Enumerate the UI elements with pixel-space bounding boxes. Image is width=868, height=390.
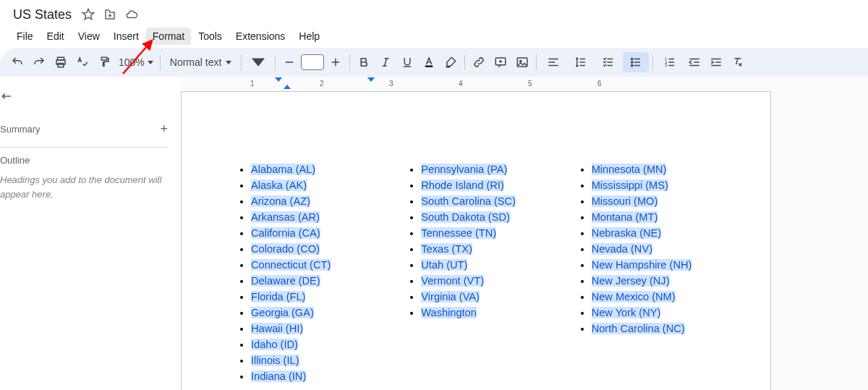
svg-rect-3 — [425, 66, 433, 67]
list-item[interactable]: Pennsylvania (PA) — [421, 161, 548, 177]
list-item[interactable]: New Mexico (NM) — [592, 289, 718, 305]
list-item[interactable]: Rhode Island (RI) — [421, 177, 548, 193]
list-item[interactable]: New York (NY) — [592, 305, 718, 321]
svg-point-6 — [520, 60, 522, 62]
paint-format-button[interactable] — [94, 52, 114, 72]
menu-help[interactable]: Help — [292, 27, 326, 45]
list-item[interactable]: Mississippi (MS) — [592, 177, 718, 193]
font-size-input[interactable] — [301, 54, 324, 70]
document-title[interactable]: US States — [10, 6, 75, 24]
list-item[interactable]: Montana (MT) — [592, 209, 718, 225]
highlight-color-button[interactable] — [441, 52, 461, 72]
menu-format[interactable]: Format — [146, 27, 191, 45]
clear-formatting-button[interactable] — [728, 52, 748, 72]
outline-empty-hint: Headings you add to the document will ap… — [0, 173, 168, 201]
numbered-list-dropdown[interactable]: 123 — [657, 52, 683, 72]
separator — [275, 54, 276, 70]
list-item[interactable]: Georgia (GA) — [251, 305, 378, 321]
separator — [241, 54, 242, 70]
toolbar: 100% Normal text 123 — [0, 48, 868, 77]
print-button[interactable] — [51, 52, 71, 72]
list-item[interactable]: Texas (TX) — [421, 241, 548, 257]
list-item[interactable]: Idaho (ID) — [251, 336, 378, 352]
underline-button[interactable] — [397, 52, 417, 72]
increase-indent-button[interactable] — [706, 52, 726, 72]
menu-tools[interactable]: Tools — [192, 27, 229, 45]
list-item[interactable]: New Hampshire (NH) — [592, 257, 718, 273]
font-size-decrease[interactable] — [279, 52, 299, 72]
list-item[interactable]: Minnesota (MN) — [592, 161, 718, 177]
separator — [349, 54, 350, 70]
text-color-button[interactable] — [419, 52, 439, 72]
list-item[interactable]: Vermont (VT) — [421, 273, 548, 289]
list-item[interactable]: North Carolina (NC) — [592, 321, 718, 336]
decrease-indent-button[interactable] — [684, 52, 705, 72]
sidebar-collapse-button[interactable] — [0, 87, 168, 106]
bold-button[interactable] — [354, 52, 374, 72]
list-item[interactable]: Alaska (AK) — [251, 177, 378, 193]
horizontal-ruler[interactable]: 123456 — [181, 77, 868, 90]
separator — [464, 54, 465, 70]
insert-image-button[interactable] — [512, 52, 532, 72]
list-item[interactable]: Florida (FL) — [251, 289, 378, 305]
menu-view[interactable]: View — [72, 27, 106, 45]
list-item[interactable]: Washington — [421, 305, 548, 321]
add-summary-button[interactable]: + — [160, 122, 168, 137]
list-item[interactable]: Arkansas (AR) — [251, 209, 378, 225]
list-item[interactable]: Indiana (IN) — [251, 368, 378, 384]
svg-point-7 — [631, 58, 633, 59]
separator — [652, 54, 653, 70]
list-item[interactable]: Tennessee (TN) — [421, 225, 548, 241]
list-item[interactable]: Colorado (CO) — [251, 241, 378, 257]
star-icon[interactable] — [80, 7, 96, 22]
svg-point-9 — [631, 64, 633, 66]
list-item[interactable]: Virginia (VA) — [421, 289, 548, 305]
line-spacing-dropdown[interactable] — [568, 52, 594, 72]
list-item[interactable]: Hawaii (HI) — [251, 321, 378, 336]
italic-button[interactable] — [375, 52, 396, 72]
bulleted-list-dropdown[interactable] — [623, 52, 649, 72]
undo-button[interactable] — [7, 52, 27, 72]
list-item[interactable]: New Jersey (NJ) — [592, 273, 718, 289]
font-size-increase[interactable] — [326, 52, 346, 72]
menu-file[interactable]: File — [10, 27, 40, 45]
svg-point-8 — [631, 62, 633, 63]
insert-link-button[interactable] — [469, 52, 489, 72]
list-item[interactable]: Utah (UT) — [421, 257, 548, 273]
summary-label: Summary — [0, 124, 41, 135]
menu-edit[interactable]: Edit — [41, 27, 71, 45]
spellcheck-button[interactable] — [72, 52, 93, 72]
zoom-dropdown[interactable]: 100% — [116, 56, 156, 68]
checklist-dropdown[interactable] — [595, 52, 621, 72]
separator — [536, 54, 537, 70]
list-item[interactable]: Nevada (NV) — [592, 241, 718, 257]
list-item[interactable]: South Dakota (SD) — [421, 209, 548, 225]
add-comment-button[interactable] — [490, 52, 511, 72]
list-item[interactable]: South Carolina (SC) — [421, 193, 548, 209]
menu-extensions[interactable]: Extensions — [229, 27, 292, 45]
paragraph-style-dropdown[interactable]: Normal text — [164, 56, 238, 68]
list-item[interactable]: Connecticut (CT) — [251, 257, 378, 273]
svg-text:3: 3 — [665, 63, 668, 67]
list-item[interactable]: Missouri (MO) — [592, 193, 718, 209]
list-item[interactable]: Nebraska (NE) — [592, 225, 718, 241]
list-item[interactable]: Alabama (AL) — [251, 161, 378, 177]
list-item[interactable]: Illinois (IL) — [251, 352, 378, 368]
outline-label: Outline — [0, 155, 168, 166]
list-item[interactable]: Delaware (DE) — [251, 273, 378, 289]
separator — [160, 54, 161, 70]
align-dropdown[interactable] — [540, 52, 566, 72]
move-icon[interactable] — [102, 7, 118, 22]
list-item[interactable]: Arizona (AZ) — [251, 193, 378, 209]
redo-button[interactable] — [29, 52, 49, 72]
menu-insert[interactable]: Insert — [107, 27, 145, 45]
cloud-status-icon[interactable] — [124, 7, 140, 22]
font-dropdown[interactable] — [245, 52, 271, 72]
menu-bar: FileEditViewInsertFormatToolsExtensionsH… — [10, 25, 868, 48]
document-page[interactable]: Alabama (AL)Alaska (AK)Arizona (AZ)Arkan… — [181, 91, 771, 390]
outline-sidebar: Summary + Outline Headings you add to th… — [0, 77, 181, 390]
list-item[interactable]: California (CA) — [251, 225, 378, 241]
